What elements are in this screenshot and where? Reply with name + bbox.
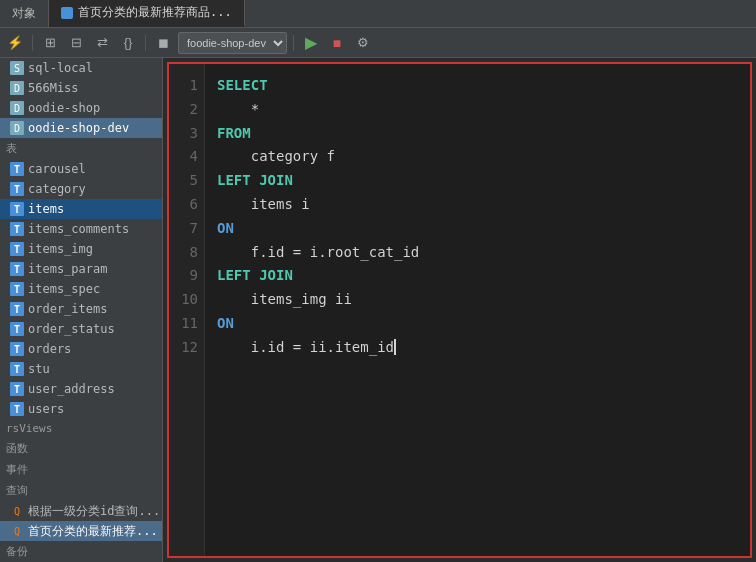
toolbar-arrows-btn[interactable]: ⇄ <box>91 32 113 54</box>
table-icon: T <box>10 202 24 216</box>
sidebar-query-label: 根据一级分类id查询... <box>28 503 160 520</box>
sidebar-item-order_status[interactable]: Torder_status <box>0 319 162 339</box>
separator-3 <box>293 35 294 51</box>
toolbar-icon-btn[interactable]: ⚡ <box>4 32 26 54</box>
sidebar-item-label: category <box>28 182 86 196</box>
toolbar-table-btn[interactable]: ⊟ <box>65 32 87 54</box>
line-num: 5 <box>175 169 198 193</box>
explain-button[interactable]: ⚙ <box>352 32 374 54</box>
sidebar-group-func[interactable]: 函数 <box>0 438 162 459</box>
sidebar-item-items_param[interactable]: Titems_param <box>0 259 162 279</box>
sql-plain: category f <box>217 148 335 164</box>
sql-line: category f <box>217 145 738 169</box>
sql-line: ON <box>217 312 738 336</box>
sql-line: items_img ii <box>217 288 738 312</box>
group-biao-label: 表 <box>6 141 17 156</box>
run-button[interactable]: ▶ <box>300 32 322 54</box>
sidebar-item-566miss[interactable]: D 566Miss <box>0 78 162 98</box>
sidebar-label-foodie-shop: oodie-shop <box>28 101 100 115</box>
separator-2 <box>145 35 146 51</box>
sidebar-item-label: order_status <box>28 322 115 336</box>
sidebar-item-label: items_param <box>28 262 107 276</box>
group-backup-label: 备份 <box>6 544 28 559</box>
sql-line: ON <box>217 217 738 241</box>
sidebar-item-label: order_items <box>28 302 107 316</box>
sidebar-label-566miss: 566Miss <box>28 81 79 95</box>
sidebar-item-items_comments[interactable]: Titems_comments <box>0 219 162 239</box>
stop-button[interactable]: ■ <box>326 32 348 54</box>
line-num: 3 <box>175 122 198 146</box>
sidebar-group-backup[interactable]: 备份 <box>0 541 162 562</box>
sidebar-query-根据一级分类id查询[interactable]: Q根据一级分类id查询... <box>0 501 162 521</box>
sidebar-item-foodie-shop[interactable]: D oodie-shop <box>0 98 162 118</box>
code-container[interactable]: 123456789101112 SELECT *FROM category fL… <box>167 62 752 558</box>
sidebar-item-items_spec[interactable]: Titems_spec <box>0 279 162 299</box>
sidebar-item-user_address[interactable]: Tuser_address <box>0 379 162 399</box>
code-editor[interactable]: SELECT *FROM category fLEFT JOIN items i… <box>205 64 750 556</box>
toolbar-grid-btn[interactable]: ⊞ <box>39 32 61 54</box>
tab-query[interactable]: 首页分类的最新推荐商品... <box>49 0 245 27</box>
tab-objects[interactable]: 对象 <box>0 0 49 27</box>
sidebar-query-首页分类的最新推荐.[interactable]: Q首页分类的最新推荐... <box>0 521 162 541</box>
sidebar-item-label: items_spec <box>28 282 100 296</box>
sidebar-item-stu[interactable]: Tstu <box>0 359 162 379</box>
sidebar-item-orders[interactable]: Torders <box>0 339 162 359</box>
sql-plain: * <box>217 101 259 117</box>
sidebar-items-list: TcarouselTcategoryTitemsTitems_commentsT… <box>0 159 162 419</box>
sidebar-item-label: orders <box>28 342 71 356</box>
sidebar-item-order_items[interactable]: Torder_items <box>0 299 162 319</box>
table-icon: T <box>10 222 24 236</box>
sidebar-item-label: carousel <box>28 162 86 176</box>
line-num: 2 <box>175 98 198 122</box>
sidebar-group-event[interactable]: 事件 <box>0 459 162 480</box>
table-icon: T <box>10 382 24 396</box>
sql-line: LEFT JOIN <box>217 264 738 288</box>
separator-1 <box>32 35 33 51</box>
sql-plain: items i <box>217 196 310 212</box>
line-num: 6 <box>175 193 198 217</box>
group-query-label: 查询 <box>6 483 28 498</box>
sql-keyword-blue: ON <box>217 220 234 236</box>
query-icon: Q <box>10 524 24 538</box>
sidebar-group-views[interactable]: rsViews <box>0 419 162 438</box>
sidebar-item-foodie-shop-dev[interactable]: D oodie-shop-dev <box>0 118 162 138</box>
sidebar-item-items[interactable]: Titems <box>0 199 162 219</box>
db-icon: S <box>10 61 24 75</box>
line-numbers: 123456789101112 <box>169 64 205 556</box>
line-num: 8 <box>175 241 198 265</box>
sql-line: items i <box>217 193 738 217</box>
sidebar-item-label: user_address <box>28 382 115 396</box>
sql-line: FROM <box>217 122 738 146</box>
db-selector[interactable]: foodie-shop-dev <box>178 32 287 54</box>
sidebar-item-label: items_comments <box>28 222 129 236</box>
sidebar-item-category[interactable]: Tcategory <box>0 179 162 199</box>
line-num: 11 <box>175 312 198 336</box>
sidebar-item-label: stu <box>28 362 50 376</box>
sidebar-item-sql-local[interactable]: S sql-local <box>0 58 162 78</box>
sidebar-group-query[interactable]: 查询 <box>0 480 162 501</box>
toolbar-small-icon[interactable]: ◼ <box>152 32 174 54</box>
line-num: 9 <box>175 264 198 288</box>
sql-line: f.id = i.root_cat_id <box>217 241 738 265</box>
sql-line: SELECT <box>217 74 738 98</box>
table-icon: T <box>10 162 24 176</box>
db-icon-566: D <box>10 81 24 95</box>
sidebar-label-sql-local: sql-local <box>28 61 93 75</box>
sidebar-item-carousel[interactable]: Tcarousel <box>0 159 162 179</box>
group-event-label: 事件 <box>6 462 28 477</box>
sql-line: * <box>217 98 738 122</box>
sql-plain: i.id = ii.item_id <box>217 339 396 355</box>
group-views-label: rsViews <box>6 422 52 435</box>
sidebar-item-items_img[interactable]: Titems_img <box>0 239 162 259</box>
sidebar-group-biao[interactable]: 表 <box>0 138 162 159</box>
sidebar-item-users[interactable]: Tusers <box>0 399 162 419</box>
sql-plain: items_img ii <box>217 291 352 307</box>
group-func-label: 函数 <box>6 441 28 456</box>
sql-line: i.id = ii.item_id <box>217 336 738 360</box>
sidebar: S sql-local D 566Miss D oodie-shop D ood… <box>0 58 163 562</box>
table-icon: T <box>10 302 24 316</box>
tab-query-label: 首页分类的最新推荐商品... <box>78 4 232 21</box>
toolbar-braces-btn[interactable]: {} <box>117 32 139 54</box>
sidebar-item-label: items <box>28 202 64 216</box>
db-icon-shop: D <box>10 101 24 115</box>
